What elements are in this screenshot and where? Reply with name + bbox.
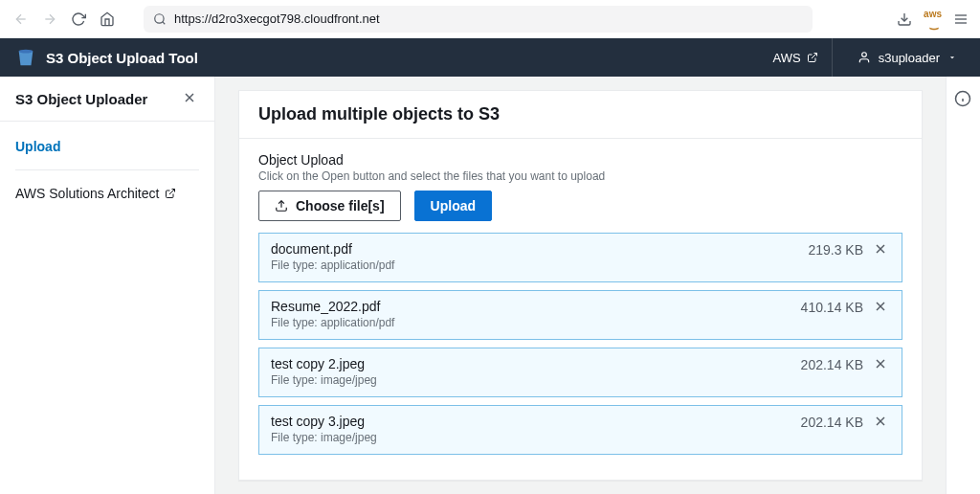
file-name: test copy 3.jpeg <box>271 414 377 429</box>
upload-panel-title: Upload multiple objects to S3 <box>258 104 902 124</box>
aws-extension-icon[interactable]: aws‿ <box>924 10 942 29</box>
choose-files-label: Choose file[s] <box>296 198 385 213</box>
svg-line-5 <box>812 54 817 59</box>
sidebar-nav: Upload AWS Solutions Architect <box>0 122 214 218</box>
sidebar: S3 Object Uploader Upload AWS Solutions … <box>0 77 215 494</box>
svg-line-9 <box>169 190 175 195</box>
reload-icon <box>71 11 86 27</box>
file-size: 202.14 KB <box>801 415 863 430</box>
download-icon <box>897 11 912 27</box>
info-button[interactable] <box>954 90 973 109</box>
user-icon <box>858 51 871 64</box>
remove-file-button[interactable] <box>873 414 890 431</box>
file-type: File type: image/jpeg <box>271 431 377 444</box>
upload-file-icon <box>275 199 288 213</box>
file-name: Resume_2022.pdf <box>271 299 394 314</box>
object-upload-hint: Click on the Open button and select the … <box>258 169 902 183</box>
forward-button[interactable] <box>38 8 61 31</box>
address-bar[interactable] <box>144 6 813 33</box>
file-row: document.pdf File type: application/pdf … <box>258 233 902 282</box>
file-row: test copy 3.jpeg File type: image/jpeg 2… <box>258 405 902 455</box>
browser-toolbar: aws‿ <box>0 0 980 38</box>
svg-point-4 <box>19 50 33 54</box>
bucket-icon <box>15 47 36 68</box>
file-name: document.pdf <box>271 241 394 257</box>
close-icon <box>873 356 888 371</box>
home-button[interactable] <box>96 8 119 31</box>
upload-button-label: Upload <box>431 198 476 213</box>
file-type: File type: application/pdf <box>271 316 394 329</box>
object-upload-label: Object Upload <box>258 152 902 168</box>
app-header: S3 Object Upload Tool AWS s3uploader <box>0 38 980 77</box>
svg-point-6 <box>861 53 866 57</box>
search-icon <box>153 12 167 26</box>
svg-point-0 <box>155 13 164 22</box>
external-link-icon <box>165 188 176 199</box>
file-type: File type: application/pdf <box>271 258 394 272</box>
url-input[interactable] <box>174 11 803 26</box>
remove-file-button[interactable] <box>873 299 890 316</box>
downloads-button[interactable] <box>895 10 914 29</box>
file-row: Resume_2022.pdf File type: application/p… <box>258 290 902 340</box>
file-row: test copy 2.jpeg File type: image/jpeg 2… <box>258 348 902 397</box>
aws-console-link[interactable]: AWS <box>760 38 833 77</box>
file-size: 202.14 KB <box>801 357 863 372</box>
sidebar-close-button[interactable] <box>182 90 199 107</box>
close-icon <box>873 414 888 429</box>
upload-panel: Upload multiple objects to S3 Object Upl… <box>238 90 923 481</box>
home-icon <box>100 11 115 27</box>
arrow-right-icon <box>42 11 57 27</box>
file-size: 410.14 KB <box>801 300 863 315</box>
upload-button-row: Choose file[s] Upload <box>258 191 902 221</box>
sidebar-title: S3 Object Uploader <box>15 91 147 107</box>
arrow-left-icon <box>13 11 29 27</box>
content-area: S3 Object Uploader Upload AWS Solutions … <box>0 77 980 494</box>
user-menu[interactable]: s3uploader <box>844 51 965 65</box>
close-icon <box>873 299 888 314</box>
menu-button[interactable] <box>951 10 970 29</box>
external-link-icon <box>807 52 818 63</box>
file-name: test copy 2.jpeg <box>271 356 377 371</box>
back-button[interactable] <box>10 8 33 31</box>
hamburger-icon <box>953 11 969 27</box>
choose-files-button[interactable]: Choose file[s] <box>258 191 401 221</box>
sidebar-item-label: AWS Solutions Architect <box>15 186 159 201</box>
remove-file-button[interactable] <box>873 356 890 373</box>
file-type: File type: image/jpeg <box>271 373 377 387</box>
file-list: document.pdf File type: application/pdf … <box>258 233 902 455</box>
sidebar-header: S3 Object Uploader <box>0 77 214 122</box>
caret-down-icon <box>947 53 957 62</box>
info-icon <box>954 90 971 107</box>
close-icon <box>182 90 197 105</box>
upload-panel-header: Upload multiple objects to S3 <box>239 91 922 139</box>
username-label: s3uploader <box>879 51 940 65</box>
sidebar-item-solutions-architect[interactable]: AWS Solutions Architect <box>0 178 214 209</box>
upload-panel-body: Object Upload Click on the Open button a… <box>239 139 922 480</box>
close-icon <box>873 241 888 257</box>
sidebar-item-upload[interactable]: Upload <box>0 131 214 162</box>
remove-file-button[interactable] <box>873 241 890 258</box>
file-size: 219.3 KB <box>808 242 863 258</box>
reload-button[interactable] <box>67 8 90 31</box>
browser-right-controls: aws‿ <box>895 10 970 29</box>
info-rail <box>946 77 980 494</box>
app-title: S3 Object Upload Tool <box>46 50 760 66</box>
upload-button[interactable]: Upload <box>414 191 492 221</box>
aws-link-label: AWS <box>773 51 801 65</box>
main-content: Upload multiple objects to S3 Object Upl… <box>215 77 946 494</box>
sidebar-divider <box>15 169 199 170</box>
